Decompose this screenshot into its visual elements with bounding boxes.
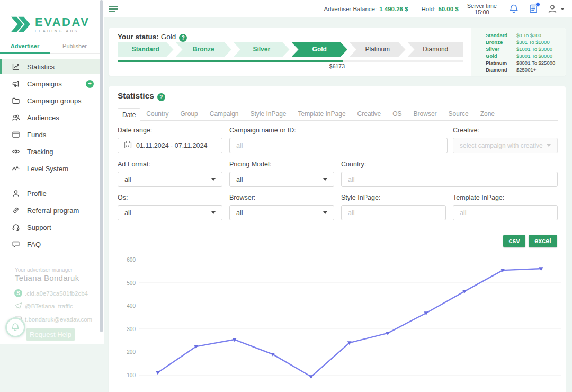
sidebar-item-label: Statistics	[27, 63, 55, 71]
tab-group[interactable]: Group	[174, 108, 203, 120]
account-button[interactable]	[547, 4, 565, 14]
news-badge	[535, 2, 540, 7]
tab-zone[interactable]: Zone	[475, 108, 501, 120]
sidebar-item-label: Tracking	[27, 148, 53, 156]
tab-publisher[interactable]: Publisher	[50, 40, 100, 54]
status-level-silver: Silver	[234, 42, 290, 57]
pricing-model-label: Pricing Model:	[229, 161, 271, 168]
status-value[interactable]: Gold	[161, 33, 176, 41]
browser-filter-value: all	[236, 209, 243, 217]
sidebar-item-label: FAQ	[27, 240, 41, 248]
sidebar-item-campaigns[interactable]: Campaigns+	[0, 76, 100, 91]
date-range-value: 01.11.2024 - 07.11.2024	[136, 142, 207, 149]
os-filter-select[interactable]: all	[118, 205, 222, 220]
sidebar-item-level-system[interactable]: Level System	[0, 161, 100, 176]
sidebar-item-funds[interactable]: Funds	[0, 127, 100, 142]
tab-os[interactable]: OS	[387, 108, 407, 120]
tab-campaign[interactable]: Campaign	[204, 108, 245, 120]
sidebar: EVADAV LEADING ADS Advertiser Publisher …	[0, 0, 104, 344]
tab-date[interactable]: Date	[118, 108, 140, 121]
legend-row-diamond: Diamond$25001+	[471, 66, 566, 73]
legend-name: Bronze	[486, 39, 516, 45]
legend-range: $301 To $1000	[516, 39, 550, 45]
sidebar-item-faq[interactable]: FAQ	[0, 237, 100, 252]
legend-range: $1001 To $3000	[516, 46, 552, 52]
date-range-input[interactable]: 01.11.2024 - 07.11.2024	[118, 138, 222, 153]
person-icon	[12, 189, 20, 198]
os-filter-value: all	[124, 209, 131, 217]
pricing-model-select[interactable]: all	[229, 172, 334, 187]
creative-caret-icon	[547, 144, 551, 147]
chevron-down-icon	[560, 8, 565, 10]
manager-telegram-row: @BTetiana_traffic	[14, 302, 73, 310]
headset-icon	[12, 223, 20, 231]
status-levels: StandardBronzeSilverGoldPlatinumDiamond	[118, 42, 463, 57]
status-level-diamond: Diamond	[408, 42, 464, 57]
tab-browser[interactable]: Browser	[408, 108, 443, 120]
legend-name: Gold	[486, 53, 516, 59]
evadav-logo[interactable]: EVADAV LEADING ADS	[11, 16, 90, 33]
tab-creative[interactable]: Creative	[352, 108, 387, 120]
ad-format-select[interactable]: all	[118, 172, 222, 187]
template-inpage-label: Template InPage:	[453, 194, 504, 201]
creative-filter-placeholder: select campaign with creative	[460, 142, 543, 149]
tab-country[interactable]: Country	[140, 108, 174, 120]
status-legend: Standard$0 To $300Bronze$301 To $1000Sil…	[471, 28, 566, 76]
country-filter-placeholder: all	[348, 176, 355, 183]
eye-icon	[12, 147, 20, 156]
status-help-icon[interactable]: ?	[179, 34, 187, 42]
sidebar-item-profile[interactable]: Profile	[0, 186, 100, 201]
help-widget-button[interactable]	[5, 317, 25, 337]
sidebar-item-tracking[interactable]: Tracking	[0, 144, 100, 159]
hold-label: Hold:	[422, 6, 436, 12]
server-time-value: 15:00	[467, 9, 497, 15]
request-help-button[interactable]: Request Help	[26, 328, 75, 341]
status-label: Your status:	[118, 33, 159, 41]
sidebar-item-referral-program[interactable]: Referral program	[0, 203, 100, 218]
menu-toggle-button[interactable]	[109, 5, 118, 13]
sidebar-scrollbar[interactable]	[100, 0, 103, 332]
manager-caption: Your advertiser manager	[15, 267, 73, 273]
template-inpage-input[interactable]: all	[453, 205, 558, 220]
sidebar-item-label: Funds	[27, 131, 46, 139]
status-progress-label: $6173	[312, 63, 345, 69]
tab-template-inpage[interactable]: Template InPage	[292, 108, 352, 120]
sidebar-item-support[interactable]: Support	[0, 220, 100, 235]
tab-advertiser[interactable]: Advertiser	[0, 40, 50, 54]
export-csv-button[interactable]: csv	[503, 235, 525, 247]
add-campaign-button[interactable]: +	[86, 80, 94, 88]
sidebar-item-campaign-groups[interactable]: Campaign groups	[0, 93, 100, 108]
tab-source[interactable]: Source	[443, 108, 475, 120]
export-excel-button[interactable]: excel	[529, 235, 557, 247]
logo-subtitle: LEADING ADS	[35, 29, 90, 33]
bell-icon	[508, 4, 519, 14]
style-inpage-input[interactable]: all	[341, 205, 446, 220]
statistics-tabs: DateCountryGroupCampaignStyle InPageTemp…	[118, 108, 558, 121]
sidebar-item-label: Audiences	[27, 114, 59, 122]
help-bell-icon	[10, 322, 21, 333]
tab-style-inpage[interactable]: Style InPage	[244, 108, 292, 120]
sidebar-item-audiences[interactable]: Audiences	[0, 110, 100, 125]
notifications-button[interactable]	[508, 4, 519, 14]
country-filter-input[interactable]: all	[341, 172, 558, 187]
legend-range: $3001 To $8000	[516, 53, 552, 59]
news-button[interactable]	[529, 4, 539, 14]
sidebar-item-label: Support	[27, 224, 51, 231]
topbar: Advertiser Balance: 1 490.26 $ Hold: 50.…	[104, 0, 572, 17]
status-level-gold: Gold	[292, 42, 348, 57]
sidebar-item-statistics[interactable]: Statistics	[0, 59, 100, 74]
balance-label: Advertiser Balance:	[324, 6, 377, 12]
status-title: Your status:Gold?	[118, 33, 187, 42]
ad-format-label: Ad Format:	[118, 161, 150, 168]
legend-range: $25001+	[516, 67, 536, 73]
campaign-filter-input[interactable]: all	[229, 138, 448, 153]
browser-filter-select[interactable]: all	[229, 205, 334, 220]
statistics-help-icon[interactable]: ?	[157, 93, 165, 101]
creative-filter-select[interactable]: select campaign with creative	[453, 138, 558, 153]
pricing-model-value: all	[236, 176, 243, 183]
svg-text:500: 500	[127, 280, 136, 286]
manager-email: t.bondaruk@evadav.com	[25, 316, 92, 323]
topbar-divider	[415, 5, 415, 13]
status-level-platinum: Platinum	[350, 42, 406, 57]
ad-format-value: all	[124, 176, 131, 183]
